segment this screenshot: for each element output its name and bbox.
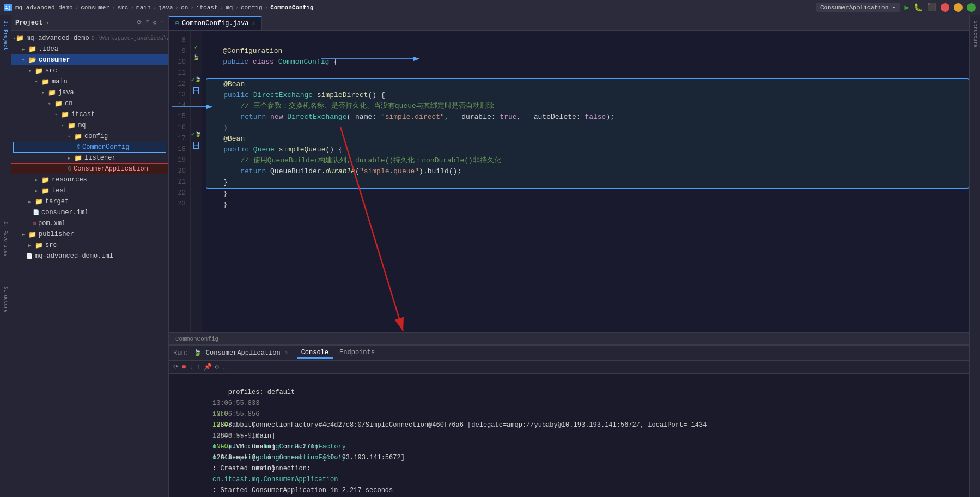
code-line-15: return new DirectExchange( name: "simple… [206, 112, 969, 123]
code-line-10: public class CommonConfig { [206, 57, 969, 68]
sync-icon[interactable]: ⟳ [137, 19, 142, 27]
config-folder-icon: 📁 [74, 132, 82, 141]
tab-close-icon[interactable]: × [252, 21, 255, 27]
root-folder-icon: 📁 [16, 34, 24, 43]
settings-run-icon[interactable]: ⚙ [215, 363, 219, 371]
gutter-10: 🍃 [191, 52, 202, 63]
src-label: src [45, 67, 57, 75]
settings-icon[interactable]: ⚙ [153, 19, 157, 27]
run-tab-console[interactable]: Console [297, 348, 333, 359]
tree-commonconfig[interactable]: © CommonConfig [13, 142, 166, 153]
commonconfig-label: CommonConfig [82, 143, 129, 151]
cn-folder-icon: 📁 [54, 100, 63, 108]
main-label: main [52, 78, 68, 86]
tab-commonconfig[interactable]: © CommonConfig.java × [169, 16, 262, 30]
tree-consumer[interactable]: ▾ 📂 consumer [11, 54, 168, 65]
code-line-18: public Queue simpleQueue() { [206, 144, 969, 155]
gutter-8 [191, 31, 202, 41]
sidebar-icon-structure[interactable]: Structure [2, 283, 9, 316]
panel-header: Project ▾ ⟳ ≡ ⚙ − [11, 15, 168, 31]
resources-label: resources [52, 176, 87, 184]
tree-itcast[interactable]: ▾ 📁 itcast [11, 109, 168, 120]
gutter-18: → [191, 140, 202, 150]
consumer-iml-label: consumer.iml [41, 209, 88, 216]
tree-pom[interactable]: m pom.xml [11, 218, 168, 229]
tree-java[interactable]: ▾ 📁 java [11, 87, 168, 98]
tree-main[interactable]: ▾ 📁 main [11, 76, 168, 87]
bc-consumer: consumer [81, 4, 109, 11]
stop-button[interactable]: ⬛ [927, 3, 936, 12]
run-config-selector[interactable]: ConsumerApplication ▾ [816, 3, 900, 12]
code-line-12: @Bean [206, 79, 969, 90]
gutter-11 [191, 63, 202, 74]
consumer-folder-icon: 📂 [28, 56, 36, 64]
run-button[interactable]: ▶ [905, 3, 909, 12]
listener-label: listener [84, 154, 116, 162]
close-button[interactable] [941, 3, 949, 12]
minimize-panel-icon[interactable]: − [160, 19, 164, 27]
sidebar-icon-favorites[interactable]: 2: Favorites [2, 218, 9, 260]
console-line-3: 13:06:55.856 INFO 12848 --- [ main] o.s.… [173, 398, 965, 409]
restart-icon[interactable]: ⟳ [173, 363, 179, 371]
gutter-13: → [191, 85, 202, 96]
code-line-9: @Configuration [206, 46, 969, 57]
idea-label: .idea [39, 45, 58, 53]
root-label: mq-advanced-demo [26, 34, 89, 42]
tree-publisher[interactable]: ▶ 📁 publisher [11, 229, 168, 240]
tree-target[interactable]: ▶ 📁 target [11, 196, 168, 207]
tree-mq[interactable]: ▾ 📁 mq [11, 120, 168, 131]
tree-test[interactable]: ▶ 📁 test [11, 185, 168, 196]
project-panel: Project ▾ ⟳ ≡ ⚙ − ▾ 📁 mq-advanced-demo D… [11, 15, 169, 497]
target-label: target [45, 198, 69, 205]
tree-root[interactable]: ▾ 📁 mq-advanced-demo D:\Workspace-java\i… [11, 33, 168, 44]
resources-folder-icon: 📁 [41, 176, 50, 184]
right-icon-structure[interactable]: Structure [971, 17, 979, 51]
down-run-icon[interactable]: ↓ [222, 363, 226, 371]
bc-active: CommonConfig [270, 4, 313, 11]
tab-icon: © [175, 21, 179, 27]
stop-run-icon[interactable]: ■ [182, 363, 186, 371]
tree-publisher-src[interactable]: ▶ 📁 src [11, 240, 168, 251]
editor-area: © CommonConfig.java × 8 9 10 11 12 13 14… [169, 15, 969, 344]
editor-tabs: © CommonConfig.java × [169, 15, 969, 31]
tree-consumer-iml[interactable]: 📄 consumer.iml [11, 207, 168, 218]
app-icon: ij [4, 4, 12, 11]
run-panel: Run: 🍃 ConsumerApplication × Console End… [169, 344, 969, 497]
bc-cn: cn [181, 4, 188, 11]
debug-button[interactable]: 🐛 [914, 3, 923, 12]
footer-filename: CommonConfig [175, 336, 218, 342]
gutter-16 [191, 118, 202, 129]
tab-label: CommonConfig.java [182, 20, 248, 27]
left-sidebar-icons: 1: Project 2: Favorites Structure [0, 15, 11, 497]
minimize-button[interactable] [954, 3, 963, 12]
mq-iml-icon: 📄 [26, 253, 33, 259]
tree-resources[interactable]: ▶ 📁 resources [11, 174, 168, 185]
tree-cn[interactable]: ▾ 📁 cn [11, 98, 168, 109]
tree-listener[interactable]: ▶ 📁 listener [11, 153, 168, 163]
commonconfig-file-icon: © [77, 144, 80, 150]
panel-tools: ⟳ ≡ ⚙ − [137, 19, 164, 27]
panel-dropdown-icon[interactable]: ▾ [46, 20, 49, 26]
title-bar: ij mq-advanced-demo › consumer › src › m… [0, 0, 980, 15]
tree-idea[interactable]: ▶ 📁 .idea [11, 44, 168, 54]
collapse-icon[interactable]: ≡ [145, 19, 149, 27]
bc-java: java [159, 4, 173, 11]
run-tab-endpoints[interactable]: Endpoints [335, 348, 379, 359]
sidebar-icon-project[interactable]: 1: Project [2, 17, 9, 53]
up-icon[interactable]: ↑ [196, 363, 200, 371]
run-panel-close-icon[interactable]: × [285, 350, 288, 356]
code-line-20: return QueueBuilder.durable("simple.queu… [206, 166, 969, 177]
scroll-to-end-icon[interactable]: ↓ [189, 363, 193, 371]
tree-config[interactable]: ▾ 📁 config [11, 131, 168, 142]
code-content[interactable]: @Configuration public class CommonConfig… [202, 31, 969, 332]
tree-src[interactable]: ▾ 📁 src [11, 65, 168, 76]
maximize-button[interactable] [967, 3, 976, 12]
run-app-name: ConsumerApplication [206, 349, 281, 357]
pin-icon[interactable]: 📌 [204, 363, 212, 371]
tree-consumerapplication[interactable]: © ConsumerApplication [11, 163, 168, 174]
tree-mq-iml[interactable]: 📄 mq-advanced-demo.iml [11, 251, 168, 262]
pom-label: pom.xml [38, 220, 65, 227]
gutter-9: ✔ [191, 41, 202, 52]
root-path: D:\Workspace-java\idea\Workspace [92, 35, 168, 41]
bc-src: src [118, 4, 129, 11]
